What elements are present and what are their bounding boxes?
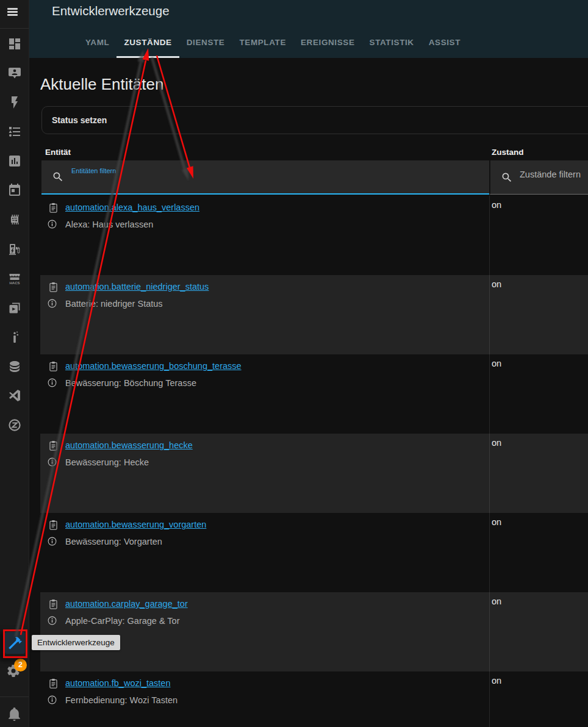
set-state-panel-label: Status setzen bbox=[52, 115, 588, 125]
column-divider bbox=[489, 434, 490, 513]
app-header: Entwicklerwerkzeuge YAMLZUSTÄNDEDIENSTET… bbox=[29, 0, 588, 58]
sidebar-item-esphome[interactable] bbox=[7, 212, 22, 227]
state-value: on bbox=[492, 200, 501, 210]
copy-entity-id-icon[interactable] bbox=[48, 677, 59, 690]
copy-entity-id-icon[interactable] bbox=[48, 360, 59, 373]
todo-list-icon bbox=[7, 124, 22, 139]
info-icon[interactable] bbox=[47, 615, 57, 626]
entity-row: automation.batterie_niedriger_statusBatt… bbox=[40, 275, 588, 354]
page-title: Entwicklerwerkzeuge bbox=[52, 4, 170, 18]
state-filter-field[interactable] bbox=[489, 160, 588, 195]
devtools-tooltip: Entwicklerwerkzeuge bbox=[32, 635, 120, 650]
entity-link[interactable]: automation.bewasserung_vorgarten bbox=[65, 520, 206, 529]
entity-link[interactable]: automation.alexa_haus_verlassen bbox=[65, 202, 199, 212]
sidebar-item-wand[interactable] bbox=[7, 330, 22, 345]
column-divider bbox=[489, 275, 490, 354]
sidebar-divider bbox=[0, 697, 29, 697]
tab-bar: YAMLZUSTÄNDEDIENSTETEMPLATEEREIGNISSESTA… bbox=[78, 29, 468, 58]
hacs-icon-label: HACS bbox=[9, 281, 20, 285]
search-icon bbox=[501, 171, 513, 184]
info-icon[interactable] bbox=[47, 457, 57, 467]
zigbee-icon bbox=[7, 418, 22, 432]
state-value: on bbox=[492, 359, 501, 368]
tab-dienste[interactable]: DIENSTE bbox=[179, 29, 232, 58]
state-value: on bbox=[492, 596, 501, 606]
entity-description: Bewässerung: Hecke bbox=[65, 457, 149, 467]
entity-link[interactable]: automation.bewasserung_boschung_terasse bbox=[65, 361, 242, 371]
settings-badge: 2 bbox=[14, 659, 27, 671]
entity-description: Batterie: niedriger Status bbox=[65, 299, 163, 309]
info-icon[interactable] bbox=[47, 378, 57, 388]
filter-row: Entitäten filtern bbox=[41, 160, 588, 195]
energy-flash-icon bbox=[7, 95, 22, 110]
copy-entity-id-icon[interactable] bbox=[48, 598, 59, 611]
entity-link[interactable]: automation.bewasserung_hecke bbox=[65, 440, 193, 450]
annotation-highlight-box bbox=[3, 629, 27, 658]
state-filter-input[interactable] bbox=[518, 169, 588, 180]
sidebar-item-energy[interactable] bbox=[7, 95, 22, 110]
vscode-icon bbox=[7, 389, 22, 403]
copy-entity-id-icon[interactable] bbox=[48, 439, 59, 452]
copy-entity-id-icon[interactable] bbox=[48, 281, 59, 293]
copy-entity-id-icon[interactable] bbox=[48, 201, 59, 214]
sidebar-item-database[interactable] bbox=[7, 359, 22, 374]
search-icon bbox=[52, 171, 64, 183]
entity-row: automation.fb_wozi_tastenFernbedienung: … bbox=[29, 671, 588, 727]
entity-row: automation.alexa_haus_verlassenAlexa: Ha… bbox=[29, 196, 588, 275]
entity-filter-input[interactable] bbox=[71, 175, 483, 186]
column-divider bbox=[489, 592, 490, 671]
entity-description: Apple-CarPlay: Garage & Tor bbox=[65, 616, 180, 626]
copy-entity-id-icon[interactable] bbox=[48, 518, 59, 531]
tab-statistik[interactable]: STATISTIK bbox=[362, 29, 421, 58]
state-value: on bbox=[492, 438, 501, 448]
menu-icon[interactable] bbox=[7, 8, 18, 16]
info-icon[interactable] bbox=[47, 298, 57, 309]
sidebar-item-vscode[interactable] bbox=[7, 389, 22, 403]
set-state-panel[interactable]: Status setzen bbox=[41, 106, 588, 134]
main-content: Aktuelle Entitäten Status setzen Entität… bbox=[29, 58, 588, 727]
info-icon[interactable] bbox=[47, 695, 57, 705]
entity-row: automation.bewasserung_boschung_terasseB… bbox=[29, 354, 588, 434]
info-icon[interactable] bbox=[47, 219, 57, 229]
entity-link[interactable]: automation.fb_wozi_tasten bbox=[65, 678, 171, 688]
entity-description: Bewässerung: Böschung Terasse bbox=[65, 378, 196, 388]
tab-template[interactable]: TEMPLATE bbox=[232, 29, 293, 58]
info-icon[interactable] bbox=[47, 536, 57, 546]
message-account-icon bbox=[7, 66, 22, 81]
sidebar-item-zigbee[interactable] bbox=[7, 418, 22, 432]
entity-description: Fernbedienung: Wozi Tasten bbox=[65, 695, 177, 705]
state-value: on bbox=[492, 676, 501, 686]
media-library-icon bbox=[7, 301, 22, 315]
tab-ereignisse[interactable]: EREIGNISSE bbox=[293, 29, 362, 58]
column-divider bbox=[489, 513, 490, 592]
tab-assist[interactable]: ASSIST bbox=[421, 29, 468, 58]
sidebar-item-calendar[interactable] bbox=[7, 183, 22, 198]
entity-link[interactable]: automation.batterie_niedriger_status bbox=[65, 282, 209, 292]
notifications-bell-icon bbox=[7, 706, 22, 722]
entity-row: automation.bewasserung_heckeBewässerung:… bbox=[40, 434, 588, 513]
sidebar-item-history[interactable] bbox=[7, 154, 22, 168]
column-header-entity: Entität bbox=[45, 148, 71, 157]
tab-yaml[interactable]: YAML bbox=[78, 29, 117, 58]
sidebar-item-notifications[interactable] bbox=[7, 706, 22, 722]
chip-icon bbox=[7, 212, 22, 227]
sidebar-item-dashboard[interactable] bbox=[7, 37, 22, 51]
sidebar-item-todo[interactable] bbox=[7, 124, 22, 139]
app-window: HACS 2 Entwicklerwerkzeuge YAMLZUSTÄNDED… bbox=[0, 0, 588, 727]
sidebar-item-hacs[interactable]: HACS bbox=[7, 271, 22, 286]
entity-link[interactable]: automation.carplay_garage_tor bbox=[65, 599, 188, 609]
ev-charger-icon bbox=[7, 242, 22, 257]
wand-icon bbox=[7, 330, 22, 345]
sidebar: HACS 2 bbox=[0, 0, 29, 727]
sidebar-item-media[interactable] bbox=[7, 301, 22, 315]
entity-row: automation.bewasserung_vorgartenBewässer… bbox=[29, 513, 588, 592]
sidebar-item-ev-charger[interactable] bbox=[7, 242, 22, 257]
dashboard-icon bbox=[7, 37, 22, 51]
sidebar-item-feedback[interactable] bbox=[7, 66, 22, 81]
history-chart-icon bbox=[7, 154, 22, 168]
entity-filter-field[interactable]: Entitäten filtern bbox=[41, 160, 489, 195]
calendar-icon bbox=[7, 183, 22, 198]
entity-filter-label: Entitäten filtern bbox=[71, 167, 116, 174]
column-divider bbox=[489, 196, 490, 275]
tab-zustnde[interactable]: ZUSTÄNDE bbox=[117, 29, 179, 58]
